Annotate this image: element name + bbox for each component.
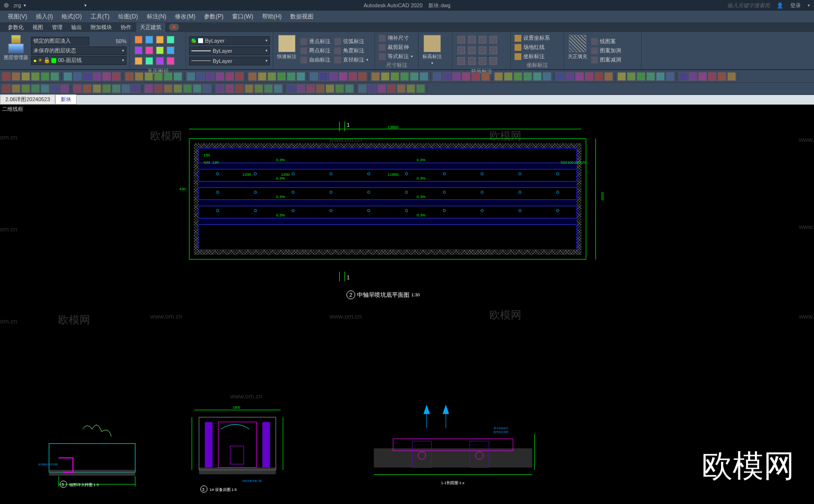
tb2-btn-0[interactable] <box>2 84 11 93</box>
tb2-btn-6[interactable] <box>60 84 69 93</box>
tb1-btn-29[interactable] <box>297 72 305 81</box>
tb1-btn-20[interactable] <box>206 72 215 81</box>
tb2-btn-22[interactable] <box>225 84 234 93</box>
tb2-btn-9[interactable] <box>93 84 101 93</box>
tb2-btn-35[interactable] <box>358 84 367 93</box>
tb2-btn-33[interactable] <box>335 84 344 93</box>
tb2-btn-38[interactable] <box>387 84 396 93</box>
layer-uniso-icon[interactable] <box>145 57 153 65</box>
tb2-btn-10[interactable] <box>102 84 111 93</box>
dim-angle-button[interactable]: 角度标注 <box>333 46 369 55</box>
layer-match-icon[interactable] <box>156 46 164 54</box>
tab-view[interactable]: 视图 <box>29 23 47 32</box>
tb2-btn-36[interactable] <box>368 84 376 93</box>
color-dd[interactable]: ByLayer ▾ <box>189 36 270 45</box>
menu-param[interactable]: 参数(P) <box>200 12 227 22</box>
tb2-btn-34[interactable] <box>345 84 354 93</box>
tb1-btn-4[interactable] <box>41 72 49 81</box>
tb1-btn-32[interactable] <box>329 72 338 81</box>
doctab-newblock[interactable]: 新块 <box>55 94 77 105</box>
tb1-btn-46[interactable] <box>471 72 480 81</box>
tb1-btn-40[interactable] <box>410 72 419 81</box>
layer-state-dd[interactable]: 未保存的图层状态 ▾ <box>31 46 126 55</box>
tb1-btn-14[interactable] <box>144 72 153 81</box>
tb2-btn-40[interactable] <box>407 84 415 93</box>
layer-prev-icon[interactable] <box>167 46 174 54</box>
tb1-btn-45[interactable] <box>462 72 470 81</box>
tb1-btn-55[interactable] <box>565 72 574 81</box>
quick-dim-button[interactable]: 快速标注 <box>276 34 297 67</box>
site-red-button[interactable]: 场地红线 <box>514 43 551 51</box>
dim-add-button[interactable]: 增补尺寸 <box>378 34 414 42</box>
tb1-btn-68[interactable] <box>698 72 707 81</box>
tb1-btn-67[interactable] <box>689 72 697 81</box>
linetype-dd[interactable]: ByLayer ▾ <box>189 57 270 65</box>
sym5-icon[interactable] <box>457 46 465 54</box>
tab-manage[interactable]: 管理 <box>48 23 66 32</box>
layer-iso-icon[interactable] <box>156 36 164 44</box>
tb1-btn-58[interactable] <box>595 72 603 81</box>
tb2-btn-21[interactable] <box>216 84 224 93</box>
tb1-btn-0[interactable] <box>2 72 11 81</box>
locked-layer-dd[interactable]: 锁定的图层淡入 <box>31 37 89 46</box>
hatch-fill-button[interactable]: 天正填充 <box>567 34 588 67</box>
tb2-btn-4[interactable] <box>41 84 49 93</box>
tb1-btn-65[interactable] <box>666 72 674 81</box>
tb1-btn-2[interactable] <box>21 72 30 81</box>
menu-format[interactable]: 格式(O) <box>58 12 85 22</box>
tb1-btn-51[interactable] <box>523 72 532 81</box>
tb1-btn-10[interactable] <box>102 72 111 81</box>
tb2-btn-24[interactable] <box>245 84 253 93</box>
hatch-sub-button[interactable]: 图案减洞 <box>590 56 622 64</box>
tb1-btn-22[interactable] <box>225 72 234 81</box>
tb1-btn-18[interactable] <box>187 72 195 81</box>
menu-window[interactable]: 窗口(W) <box>228 12 257 22</box>
tb1-btn-15[interactable] <box>154 72 163 81</box>
tb1-btn-38[interactable] <box>391 72 399 81</box>
layer-lock-icon[interactable] <box>145 46 153 54</box>
tb2-btn-2[interactable] <box>21 84 30 93</box>
tb1-btn-30[interactable] <box>310 72 318 81</box>
login-arrow-icon[interactable]: ▾ <box>808 3 810 8</box>
tb1-btn-34[interactable] <box>348 72 357 81</box>
menu-modify[interactable]: 修改(M) <box>171 12 199 22</box>
tb2-btn-29[interactable] <box>297 84 305 93</box>
tb1-btn-43[interactable] <box>442 72 451 81</box>
tb1-btn-47[interactable] <box>481 72 490 81</box>
sym10-icon[interactable] <box>468 57 476 65</box>
layer-dd[interactable]: ● ☀ 🔓 00-面层线 ▾ <box>31 56 126 65</box>
tb1-btn-39[interactable] <box>400 72 409 81</box>
tb1-btn-57[interactable] <box>585 72 594 81</box>
coord-sys-button[interactable]: 设置坐标系 <box>514 34 551 42</box>
tab-parametric[interactable]: 参数化 <box>4 23 28 32</box>
tb1-btn-37[interactable] <box>381 72 390 81</box>
sym6-icon[interactable] <box>468 46 476 54</box>
tb1-btn-49[interactable] <box>504 72 513 81</box>
sym7-icon[interactable] <box>479 46 486 54</box>
tb1-btn-69[interactable] <box>708 72 717 81</box>
tb2-btn-31[interactable] <box>316 84 325 93</box>
tb1-btn-70[interactable] <box>718 72 726 81</box>
user-icon[interactable]: 👤 <box>777 2 783 9</box>
tb1-btn-8[interactable] <box>83 72 92 81</box>
login-button[interactable]: 登录 <box>790 2 801 9</box>
tb2-btn-20[interactable] <box>203 84 211 93</box>
tb1-btn-13[interactable] <box>135 72 143 81</box>
tb1-btn-7[interactable] <box>73 72 82 81</box>
dim-trim-button[interactable]: 裁剪延伸 <box>378 43 414 51</box>
tb1-btn-6[interactable] <box>63 72 72 81</box>
tab-output[interactable]: 输出 <box>67 23 86 32</box>
sym11-icon[interactable] <box>479 57 486 65</box>
tb1-btn-12[interactable] <box>125 72 134 81</box>
search-box[interactable]: 输入关键字搜索简 <box>727 2 770 9</box>
tb1-btn-26[interactable] <box>267 72 276 81</box>
tb1-btn-35[interactable] <box>358 72 367 81</box>
tb2-btn-37[interactable] <box>377 84 386 93</box>
record-icon[interactable] <box>169 24 179 31</box>
tb2-btn-5[interactable] <box>50 84 59 93</box>
doctab-detail[interactable]: 2.06详图20240523 <box>0 94 55 105</box>
tb1-btn-42[interactable] <box>433 72 441 81</box>
tb1-btn-54[interactable] <box>556 72 564 81</box>
tb1-btn-61[interactable] <box>627 72 636 81</box>
sym3-icon[interactable] <box>479 36 486 44</box>
